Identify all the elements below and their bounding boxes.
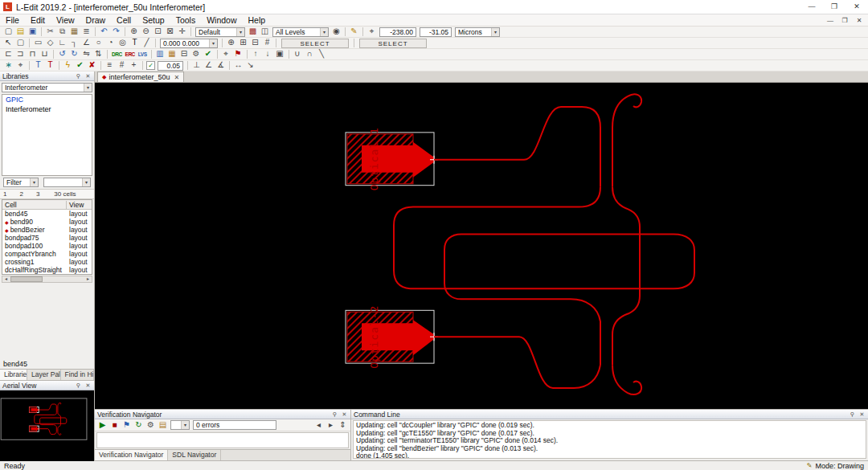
erc-icon[interactable]: ERC bbox=[124, 51, 137, 57]
cell-row-dcHalfRingStraight[interactable]: dcHalfRingStraightlayout bbox=[2, 266, 92, 274]
snap-grid-combo[interactable]: 0.000 0.000▾ bbox=[160, 39, 218, 48]
rotate-cw-icon[interactable]: ↻ bbox=[68, 49, 80, 59]
polygon90-tool-icon[interactable]: ∟ bbox=[56, 38, 68, 48]
dimension-icon[interactable]: ↔ bbox=[232, 60, 244, 71]
instance-tool-icon[interactable]: ⊞ bbox=[237, 38, 249, 48]
undo-icon[interactable]: ↶ bbox=[98, 27, 110, 37]
chevron-down-icon[interactable]: ▾ bbox=[320, 28, 328, 36]
coord-x-field[interactable]: -238.00 bbox=[379, 27, 416, 37]
port-tool-icon[interactable]: ⊕ bbox=[225, 38, 237, 48]
library-item-interferometer[interactable]: Interferometer bbox=[2, 104, 92, 114]
grating-coupler-optical-1[interactable]: Optical-1 bbox=[346, 127, 438, 190]
close-button[interactable]: ✕ bbox=[845, 0, 868, 14]
filter-value-combo[interactable]: ▾ bbox=[43, 178, 91, 187]
align-top-icon[interactable]: ⊓ bbox=[27, 49, 39, 59]
libraries-panel-header[interactable]: Libraries ⚲ ✕ bbox=[0, 72, 94, 81]
any-angle-icon[interactable]: ∡ bbox=[215, 60, 227, 71]
waveguide-bus-right[interactable] bbox=[612, 187, 640, 365]
node-highlight-icon[interactable]: ∗ bbox=[2, 60, 14, 71]
column-header-cell[interactable]: Cell bbox=[2, 201, 67, 209]
vn-run-icon[interactable]: ▶ bbox=[96, 420, 108, 431]
waveguide-bus-right[interactable] bbox=[58, 413, 61, 432]
waveguide-long-arm[interactable] bbox=[394, 187, 694, 365]
verify-check-icon[interactable]: ✔ bbox=[203, 49, 215, 59]
tcell-edit-icon[interactable]: T bbox=[44, 60, 56, 71]
library-combo[interactable]: Interferometer ▾ bbox=[2, 83, 92, 92]
chevron-down-icon[interactable]: ▾ bbox=[84, 84, 92, 92]
open-icon[interactable]: ▤ bbox=[14, 27, 27, 37]
edit-in-place-icon[interactable]: ✎ bbox=[348, 27, 360, 37]
filter-combo[interactable]: Filter ▾ bbox=[3, 178, 39, 187]
vn-settings-icon[interactable]: ⚙ bbox=[145, 420, 157, 431]
select-tool-icon[interactable]: ↖ bbox=[2, 38, 14, 48]
minimize-button[interactable]: — bbox=[800, 0, 823, 14]
vn-stop-icon[interactable]: ■ bbox=[108, 420, 121, 431]
stats-icon[interactable]: ▦ bbox=[166, 49, 178, 59]
pass-icon[interactable]: ✔ bbox=[74, 60, 86, 71]
pin-icon[interactable]: ⚲ bbox=[75, 382, 82, 389]
coord-y-field[interactable]: -31.05 bbox=[420, 27, 452, 37]
maximize-button[interactable]: ❐ bbox=[823, 0, 845, 14]
grid-toggle-icon[interactable]: # bbox=[116, 60, 128, 71]
text-tool-icon[interactable]: T bbox=[129, 38, 141, 48]
zoom-fit-icon[interactable]: ⊠ bbox=[164, 27, 176, 37]
cell-row-bondpad100[interactable]: bondpad100layout bbox=[2, 242, 92, 250]
flip-h-icon[interactable]: ⇋ bbox=[80, 49, 92, 59]
cell-table-hscrollbar[interactable]: ◂ ▸ bbox=[2, 276, 92, 283]
waveguide-input-bottom[interactable] bbox=[39, 429, 56, 435]
document-tab[interactable]: ◆ interferometer_50u ✕ bbox=[97, 72, 184, 82]
gear-icon[interactable]: ⚙ bbox=[190, 49, 203, 59]
scroll-left-icon[interactable]: ◂ bbox=[2, 276, 10, 282]
boolean-union-icon[interactable]: ∪ bbox=[292, 49, 304, 59]
grid-icon[interactable]: # bbox=[261, 38, 273, 48]
close-icon[interactable]: ✕ bbox=[84, 382, 92, 389]
chevron-down-icon[interactable]: ▾ bbox=[181, 421, 189, 429]
tab-sdl-navigator[interactable]: SDL Navigator bbox=[168, 450, 221, 460]
vn-next-icon[interactable]: ▸ bbox=[325, 420, 337, 431]
cut-icon[interactable]: ✂ bbox=[44, 27, 56, 37]
menu-edit[interactable]: Edit bbox=[25, 15, 51, 25]
copy-icon[interactable]: ⧉ bbox=[56, 27, 68, 37]
mdi-restore-button[interactable]: ❐ bbox=[837, 17, 852, 24]
library-item-gpic[interactable]: GPIC bbox=[2, 95, 92, 104]
command-line-log[interactable]: Updating: cell "dcCoupler" library "GPIC… bbox=[353, 420, 866, 459]
open-cell-icon[interactable]: ▣ bbox=[274, 49, 286, 59]
menu-cell[interactable]: Cell bbox=[111, 15, 137, 25]
wire45-tool-icon[interactable]: ∠ bbox=[80, 38, 92, 48]
tcell-icon[interactable]: T bbox=[32, 60, 44, 71]
cell-row-crossing1[interactable]: crossing1layout bbox=[2, 258, 92, 266]
column-header-view[interactable]: View bbox=[67, 201, 92, 209]
vn-flag-icon[interactable]: ⚑ bbox=[121, 420, 133, 431]
select-mode-right-field[interactable]: SELECT bbox=[359, 39, 427, 48]
close-icon[interactable]: ✕ bbox=[341, 411, 348, 418]
mdi-minimize-button[interactable]: — bbox=[823, 17, 837, 24]
menu-setup[interactable]: Setup bbox=[137, 15, 170, 25]
wire-tool-icon[interactable]: ┐ bbox=[68, 38, 80, 48]
waveguide-coupler-top-right[interactable] bbox=[58, 403, 61, 412]
units-combo[interactable]: Microns▾ bbox=[455, 27, 500, 37]
boolean-intersect-icon[interactable]: ∩ bbox=[304, 49, 316, 59]
circle-tool-icon[interactable]: ○ bbox=[92, 38, 104, 48]
chevron-down-icon[interactable]: ▾ bbox=[82, 178, 90, 186]
align-right-icon[interactable]: ⊐ bbox=[14, 49, 27, 59]
slice-icon[interactable]: ╲ bbox=[316, 49, 328, 59]
cell-row-bend90[interactable]: ◆bend90layout bbox=[2, 218, 92, 226]
mdi-close-button[interactable]: ✕ bbox=[852, 17, 866, 24]
vn-filter-combo[interactable]: ▾ bbox=[170, 420, 190, 430]
up-hierarchy-icon[interactable]: ↑ bbox=[250, 49, 262, 59]
visibility-icon[interactable]: ◉ bbox=[330, 27, 342, 37]
fail-icon[interactable]: ✘ bbox=[86, 60, 98, 71]
grating-coupler-optical-2[interactable]: Optical-2 bbox=[346, 305, 438, 369]
pin-icon[interactable]: ⚲ bbox=[331, 411, 338, 418]
pie-tool-icon[interactable]: ◔ bbox=[104, 38, 117, 48]
tab-verification-navigator[interactable]: Verification Navigator bbox=[95, 450, 168, 460]
waveguide-coupler-top-right[interactable] bbox=[612, 94, 641, 186]
locator-icon[interactable]: ⌖ bbox=[366, 27, 378, 37]
cell-row-bend45[interactable]: bend45layout bbox=[2, 210, 92, 218]
tab-libraries[interactable]: Libraries bbox=[0, 370, 27, 380]
chevron-down-icon[interactable]: ▾ bbox=[491, 28, 499, 36]
probe-icon[interactable]: ⌖ bbox=[14, 60, 27, 71]
ortho-icon[interactable]: ⊥ bbox=[190, 60, 203, 71]
chevron-down-icon[interactable]: ▾ bbox=[236, 28, 244, 36]
tab-layer-pal[interactable]: Layer Pal... bbox=[27, 370, 60, 380]
